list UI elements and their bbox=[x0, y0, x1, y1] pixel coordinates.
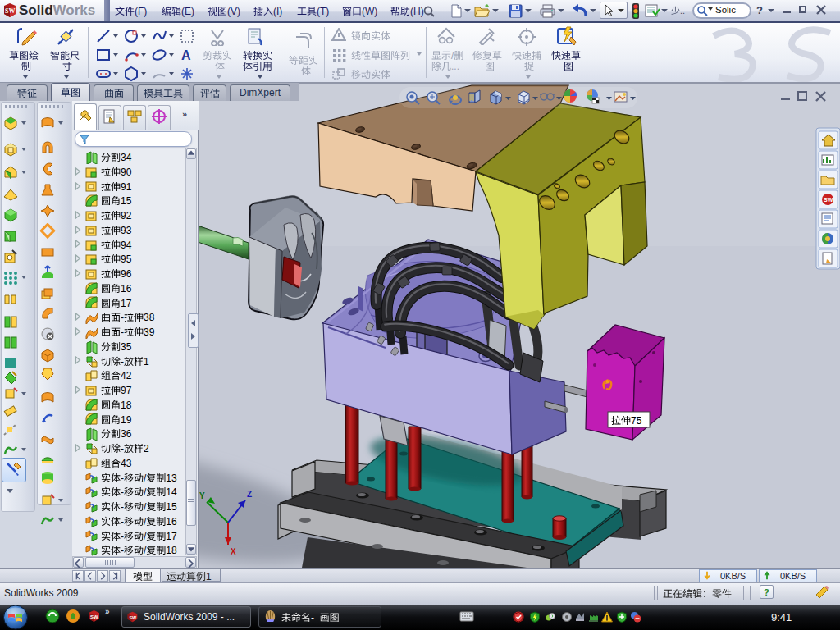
svg-text:/: / bbox=[144, 472, 147, 484]
svg-text:38: 38 bbox=[144, 312, 155, 323]
svg-text:A: A bbox=[181, 48, 191, 62]
svg-text:/: / bbox=[144, 486, 147, 498]
svg-text:1: 1 bbox=[144, 356, 149, 368]
svg-text:94: 94 bbox=[121, 240, 132, 251]
svg-text:Y: Y bbox=[199, 491, 205, 500]
svg-text:SW: SW bbox=[824, 197, 833, 203]
svg-text:16: 16 bbox=[166, 516, 177, 527]
svg-text:15: 15 bbox=[121, 195, 132, 207]
svg-text:-: - bbox=[121, 326, 124, 338]
svg-text:19: 19 bbox=[121, 414, 132, 426]
svg-text:-: - bbox=[121, 501, 124, 513]
svg-text:90: 90 bbox=[121, 167, 132, 178]
svg-text:42: 42 bbox=[121, 370, 132, 381]
svg-text:(E): (E) bbox=[181, 6, 194, 17]
svg-text:15: 15 bbox=[166, 501, 177, 513]
svg-text:91: 91 bbox=[121, 181, 132, 193]
svg-text:(T): (T) bbox=[317, 6, 329, 17]
svg-text:/: / bbox=[144, 516, 147, 527]
svg-text:/: / bbox=[144, 545, 147, 556]
svg-text:14: 14 bbox=[166, 486, 177, 498]
svg-text:/: / bbox=[144, 501, 147, 513]
svg-text:/: / bbox=[144, 531, 147, 542]
svg-text:13: 13 bbox=[166, 472, 177, 484]
svg-text:-: - bbox=[121, 312, 124, 323]
svg-text:39: 39 bbox=[144, 326, 155, 338]
svg-text:18: 18 bbox=[121, 399, 132, 411]
svg-text:X: X bbox=[231, 547, 236, 556]
svg-text:17: 17 bbox=[166, 531, 177, 542]
svg-text:(W): (W) bbox=[362, 6, 377, 17]
svg-text:SW: SW bbox=[5, 7, 15, 15]
svg-text:...: ... bbox=[451, 61, 459, 72]
svg-text:..: .. bbox=[680, 6, 685, 16]
svg-text:96: 96 bbox=[121, 268, 132, 280]
svg-text:-: - bbox=[121, 443, 124, 454]
svg-text:16: 16 bbox=[121, 283, 132, 294]
svg-text:Z: Z bbox=[247, 490, 252, 499]
svg-text:17: 17 bbox=[121, 298, 132, 309]
svg-text:34: 34 bbox=[121, 152, 132, 163]
svg-text:92: 92 bbox=[121, 210, 132, 221]
svg-text:-: - bbox=[121, 356, 124, 368]
svg-text:18: 18 bbox=[166, 545, 177, 556]
svg-text:SW: SW bbox=[129, 615, 137, 620]
svg-text:(V): (V) bbox=[227, 6, 240, 17]
svg-text:95: 95 bbox=[121, 253, 132, 265]
svg-text:97: 97 bbox=[121, 385, 132, 396]
svg-text:SW: SW bbox=[90, 614, 98, 619]
svg-text:-: - bbox=[121, 531, 124, 542]
svg-text:-: - bbox=[121, 486, 124, 498]
svg-text:35: 35 bbox=[121, 341, 132, 353]
svg-text:-: - bbox=[121, 545, 124, 556]
svg-text:43: 43 bbox=[121, 458, 132, 469]
svg-text:1: 1 bbox=[206, 571, 212, 582]
svg-text:75: 75 bbox=[631, 415, 642, 427]
svg-text:36: 36 bbox=[121, 428, 132, 440]
svg-text:-: - bbox=[311, 612, 314, 623]
svg-text:93: 93 bbox=[121, 225, 132, 236]
svg-text:(I): (I) bbox=[273, 6, 282, 17]
svg-text:(F): (F) bbox=[135, 6, 147, 17]
svg-text:-: - bbox=[121, 472, 124, 484]
svg-text:2: 2 bbox=[144, 443, 149, 454]
svg-text:-: - bbox=[121, 516, 124, 527]
